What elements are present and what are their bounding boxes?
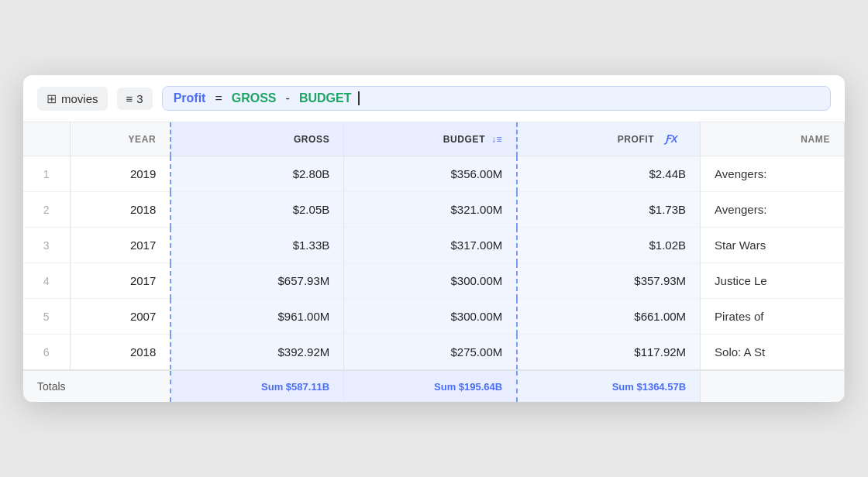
filter-count: 3 <box>136 92 143 105</box>
table-row: 3 2017 $1.33B $317.00M $1.02B Star Wars <box>23 228 845 263</box>
cell-name: Justice Le <box>701 263 845 299</box>
col-header-name[interactable]: NAME <box>701 122 845 156</box>
row-num: 5 <box>23 299 70 335</box>
table-row: 6 2018 $392.92M $275.00M $117.92M Solo: … <box>23 335 845 371</box>
cell-budget: $300.00M <box>344 263 517 299</box>
cell-budget: $356.00M <box>344 156 517 192</box>
table-row: 5 2007 $961.00M $300.00M $661.00M Pirate… <box>23 299 845 335</box>
col-header-rownum <box>23 122 70 156</box>
cell-year: 2017 <box>70 263 170 299</box>
col-header-gross[interactable]: GROSS <box>170 122 343 156</box>
filter-badge[interactable]: ≡ 3 <box>117 88 153 110</box>
filter-icon: ≡ <box>126 92 133 105</box>
table-icon: ⊞ <box>46 91 57 106</box>
cell-year: 2019 <box>70 156 170 192</box>
cell-gross: $657.93M <box>170 263 343 299</box>
cell-gross: $1.33B <box>170 228 343 263</box>
formula-field-name: Profit <box>174 91 206 105</box>
formula-budget: BUDGET <box>299 91 352 105</box>
table-header-row: YEAR GROSS BUDGET ↓≡ Profit ƒx NAME <box>23 122 845 156</box>
cell-budget: $275.00M <box>344 335 517 371</box>
cell-budget: $321.00M <box>344 192 517 228</box>
formula-minus: - <box>286 91 290 105</box>
cell-gross: $2.80B <box>170 156 343 192</box>
totals-gross: Sum $587.11B <box>170 370 343 402</box>
table-row: 1 2019 $2.80B $356.00M $2.44B Avengers: <box>23 156 845 192</box>
fx-badge: ƒx <box>657 132 686 146</box>
col-header-profit[interactable]: Profit ƒx <box>517 122 700 156</box>
cell-profit: $357.93M <box>517 263 700 299</box>
row-num: 6 <box>23 335 70 371</box>
cell-year: 2017 <box>70 228 170 263</box>
table-badge[interactable]: ⊞ movies <box>37 87 108 111</box>
cell-profit: $661.00M <box>517 299 700 335</box>
spreadsheet-window: ⊞ movies ≡ 3 Profit = GROSS - BUDGET YEA… <box>23 75 845 402</box>
cell-gross: $2.05B <box>170 192 343 228</box>
cell-profit: $2.44B <box>517 156 700 192</box>
formula-equals: = <box>215 91 222 105</box>
table-row: 2 2018 $2.05B $321.00M $1.73B Avengers: <box>23 192 845 228</box>
sort-icon: ↓≡ <box>491 134 502 145</box>
cell-profit: $117.92M <box>517 335 700 371</box>
cell-year: 2007 <box>70 299 170 335</box>
col-header-budget[interactable]: BUDGET ↓≡ <box>344 122 517 156</box>
table-row: 4 2017 $657.93M $300.00M $357.93M Justic… <box>23 263 845 299</box>
row-num: 3 <box>23 228 70 263</box>
cell-budget: $300.00M <box>344 299 517 335</box>
totals-name <box>701 370 845 402</box>
cell-name: Solo: A St <box>701 335 845 371</box>
cell-name: Avengers: <box>701 156 845 192</box>
cell-year: 2018 <box>70 192 170 228</box>
cell-name: Pirates of <box>701 299 845 335</box>
table-name: movies <box>61 92 98 105</box>
row-num: 4 <box>23 263 70 299</box>
row-num: 1 <box>23 156 70 192</box>
totals-label: Totals <box>23 370 170 402</box>
col-header-year[interactable]: YEAR <box>70 122 170 156</box>
totals-budget: Sum $195.64B <box>344 370 517 402</box>
cell-profit: $1.73B <box>517 192 700 228</box>
cell-gross: $392.92M <box>170 335 343 371</box>
data-table: YEAR GROSS BUDGET ↓≡ Profit ƒx NAME <box>23 122 845 402</box>
formula-input[interactable]: Profit = GROSS - BUDGET <box>162 86 831 111</box>
formula-cursor <box>358 91 360 105</box>
totals-row: Totals Sum $587.11B Sum $195.64B Sum $13… <box>23 370 845 402</box>
cell-year: 2018 <box>70 335 170 371</box>
formula-gross: GROSS <box>232 91 277 105</box>
cell-budget: $317.00M <box>344 228 517 263</box>
cell-name: Avengers: <box>701 192 845 228</box>
cell-profit: $1.02B <box>517 228 700 263</box>
cell-gross: $961.00M <box>170 299 343 335</box>
formula-bar: ⊞ movies ≡ 3 Profit = GROSS - BUDGET <box>23 75 845 122</box>
totals-profit: Sum $1364.57B <box>517 370 700 402</box>
row-num: 2 <box>23 192 70 228</box>
cell-name: Star Wars <box>701 228 845 263</box>
